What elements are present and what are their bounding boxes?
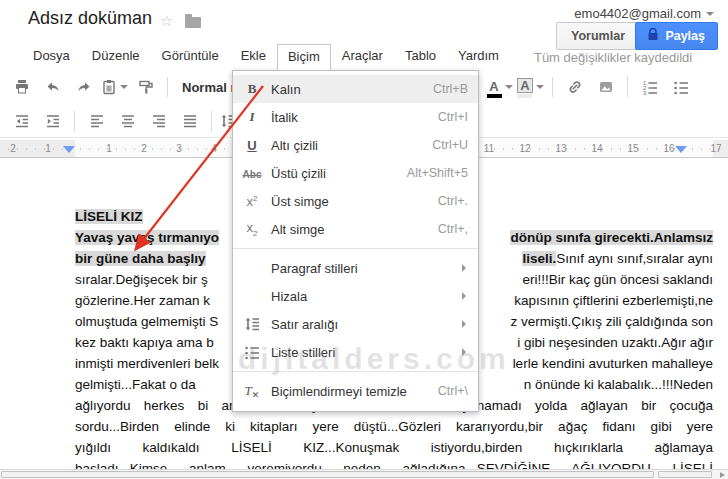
align-center-button[interactable]: [114, 108, 141, 134]
numbered-list-icon: 123: [642, 79, 658, 95]
text-run: z vermişti.Çıkış zili çaldığında son: [510, 314, 713, 329]
align-left-button[interactable]: [83, 108, 110, 134]
menu-araclar[interactable]: Araçlar: [331, 44, 394, 70]
text-run: olmuştuda gelmemişti S: [75, 314, 218, 329]
menu-item-label: Biçimlendirmeyi temizle: [271, 384, 438, 399]
redo-icon: [76, 79, 92, 95]
scrollbar-thumb-secondary[interactable]: [658, 471, 712, 478]
menu-item-shortcut: Ctrl+.: [438, 194, 468, 208]
text-run: n önünde ki kalabalık...!!!Neden: [524, 377, 713, 392]
bullet-list-icon: [233, 344, 271, 361]
redo-button[interactable]: [70, 74, 97, 100]
menu-item-label: İtalik: [271, 110, 438, 125]
share-button-label: Paylaş: [665, 29, 705, 43]
align-right-button[interactable]: [145, 108, 172, 134]
align-center-icon: [120, 113, 136, 129]
account-menu[interactable]: emo4402@gmail.com: [574, 6, 714, 21]
right-indent-marker[interactable]: [675, 146, 687, 153]
menu-bar: DosyaDüzenleGörüntüleEkleBiçimAraçlarTab…: [0, 44, 728, 70]
menu-item-hizala[interactable]: Hizala: [233, 282, 478, 310]
highlight-color-button[interactable]: A: [517, 74, 544, 100]
star-icon[interactable]: ☆: [160, 12, 173, 30]
paint-format-button[interactable]: [132, 74, 159, 100]
insert-image-button[interactable]: [592, 74, 619, 100]
submenu-arrow-icon: [462, 264, 466, 272]
doc-line: yığıldı kaldıkaldı LİSELİ KIZ...Konuşmak…: [75, 437, 713, 458]
paint-format-icon: [138, 79, 154, 95]
menu-item-alt-simge[interactable]: x2Alt simgeCtrl+,: [233, 215, 478, 243]
bullet-list-button[interactable]: [667, 74, 694, 100]
ruler-number: 12: [519, 143, 530, 154]
folder-icon[interactable]: [185, 17, 201, 28]
scrollbar-right-arrow[interactable]: [720, 472, 725, 478]
text-run: kapısının çiftlerini ezberlemişti,ne: [514, 293, 713, 308]
menu-item-shortcut: Ctrl+B: [433, 82, 468, 96]
menu-item-ust-simge[interactable]: x2Üst simgeCtrl+.: [233, 187, 478, 215]
insert-link-button[interactable]: [561, 74, 588, 100]
menu-item-alti-cizili[interactable]: UAltı çiziliCtrl+U: [233, 131, 478, 159]
menu-dosya[interactable]: Dosya: [22, 44, 81, 70]
toolbar-row-1-right: AA123: [484, 70, 696, 104]
line-left-segment: kez baktı kapıya ama b: [75, 332, 214, 353]
left-indent-marker[interactable]: [63, 146, 75, 153]
menu-item-bicimlendirmeyi-temizle[interactable]: T✕Biçimlendirmeyi temizleCtrl+\: [233, 377, 478, 405]
menu-item-liste-stilleri[interactable]: Liste stilleri: [233, 338, 478, 366]
line-right-segment: z vermişti.Çıkış zili çaldığında son: [510, 311, 713, 332]
menu-tablo[interactable]: Tablo: [394, 44, 447, 70]
menu-item-kalin[interactable]: BKalınCtrl+B: [233, 75, 478, 103]
subscript-icon: x2: [233, 220, 271, 238]
menu-item-ustu-cizili[interactable]: AbcÜstü çiziliAlt+Shift+5: [233, 159, 478, 187]
text-run: gelmişti...Fakat o da: [75, 377, 196, 392]
text-run: başladı...Kimse anlam veremiyordu neden …: [75, 461, 713, 469]
menu-divider: [233, 248, 478, 249]
document-title[interactable]: Adsız doküman: [28, 8, 152, 29]
menu-ekle[interactable]: Ekle: [230, 44, 277, 70]
align-justify-icon: [182, 113, 198, 129]
scrollbar-thumb[interactable]: [1, 471, 654, 478]
menu-item-shortcut: Alt+Shift+5: [407, 166, 468, 180]
text-color-button[interactable]: A: [486, 74, 513, 100]
svg-text:3: 3: [643, 90, 647, 95]
ruler-number: 15: [627, 143, 638, 154]
chevron-down-icon: [120, 85, 128, 89]
menu-item-shortcut: Ctrl+U: [432, 138, 468, 152]
submenu-arrow-icon: [462, 348, 466, 356]
menu-item-italik[interactable]: IİtalikCtrl+I: [233, 103, 478, 131]
menu-item-label: Altı çizili: [271, 138, 432, 153]
menu-bicim[interactable]: Biçim: [277, 44, 331, 70]
line-left-segment: gözlerine.Her zaman k: [75, 290, 210, 311]
print-icon: [14, 79, 30, 95]
outdent-button[interactable]: [8, 108, 35, 134]
indent-button[interactable]: [39, 108, 66, 134]
menu-item-paragraf-stilleri[interactable]: Paragraf stilleri: [233, 254, 478, 282]
italic-icon: I: [233, 109, 271, 125]
numbered-list-button[interactable]: 123: [636, 74, 663, 100]
horizontal-scrollbar[interactable]: [0, 469, 728, 479]
submenu-arrow-icon: [462, 292, 466, 300]
menu-item-label: Paragraf stilleri: [271, 261, 462, 276]
text-run: lerle kendini avuturken mahalleye: [513, 356, 713, 371]
paste-format-button[interactable]: [101, 74, 128, 100]
undo-button[interactable]: [39, 74, 66, 100]
menu-duzenle[interactable]: Düzenle: [81, 44, 151, 70]
line-left-segment: LİSELİ KIZ: [75, 206, 143, 227]
line-right-segment: dönüp sınıfa girecekti.Anlamsız: [510, 227, 713, 248]
align-justify-button[interactable]: [176, 108, 203, 134]
chevron-down-icon: [536, 85, 544, 89]
menu-item-satir-araligi[interactable]: Satır aralığı: [233, 310, 478, 338]
menu-item-label: Liste stilleri: [271, 345, 462, 360]
menu-item-shortcut: Ctrl+,: [438, 222, 468, 236]
menu-item-label: Alt simge: [271, 222, 438, 237]
ruler-number: 1: [106, 143, 112, 154]
comments-button-label: Yorumlar: [571, 29, 625, 43]
menu-goruntule[interactable]: Görüntüle: [151, 44, 230, 70]
align-left-icon: [89, 113, 105, 129]
print-button[interactable]: [8, 74, 35, 100]
paste-format-icon: [101, 79, 117, 95]
menu-yardim[interactable]: Yardım: [447, 44, 510, 70]
toolbar-separator: [627, 77, 628, 97]
text-run: Sınıf aynı sınıf,sıralar aynı: [556, 251, 713, 266]
ruler-number: 11: [484, 143, 494, 154]
menu-item-label: Kalın: [271, 82, 433, 97]
lock-icon: [648, 28, 658, 44]
